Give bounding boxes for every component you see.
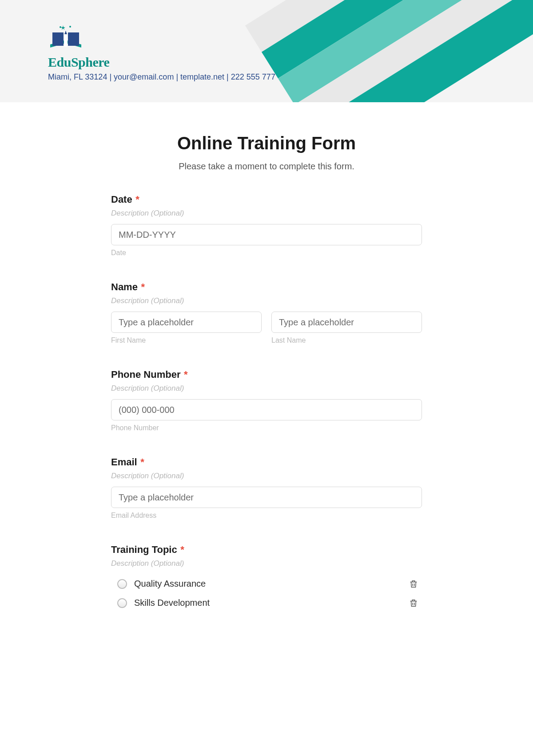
date-label: Date	[111, 194, 132, 205]
brand-name: EduSphere	[48, 55, 275, 70]
topic-option-row: Quality Assurance	[111, 574, 422, 593]
brand-block: EduSphere Miami, FL 33124 | your@email.c…	[48, 24, 275, 82]
email-input[interactable]	[111, 487, 422, 508]
form-title: Online Training Form	[111, 133, 422, 153]
field-training-topic: Training Topic * Description (Optional) …	[111, 544, 422, 612]
phone-input[interactable]	[111, 399, 422, 420]
email-description[interactable]: Description (Optional)	[111, 472, 422, 480]
svg-point-2	[69, 26, 71, 28]
name-label: Name	[111, 281, 138, 293]
name-description[interactable]: Description (Optional)	[111, 296, 422, 305]
email-label: Email	[111, 456, 137, 468]
first-name-sublabel: First Name	[111, 336, 262, 344]
first-name-input[interactable]	[111, 312, 262, 333]
topic-option-label[interactable]: Skills Development	[134, 598, 409, 608]
field-email: Email * Description (Optional) Email Add…	[111, 456, 422, 520]
form-subtitle: Please take a moment to complete this fo…	[111, 161, 422, 172]
required-mark: *	[180, 544, 184, 556]
required-mark: *	[140, 456, 144, 468]
topic-option-label[interactable]: Quality Assurance	[134, 579, 409, 589]
phone-sublabel: Phone Number	[111, 424, 422, 432]
delete-option-icon[interactable]	[409, 598, 418, 608]
date-description[interactable]: Description (Optional)	[111, 209, 422, 218]
required-mark: *	[135, 194, 139, 205]
required-mark: *	[141, 281, 145, 293]
email-sublabel: Email Address	[111, 512, 422, 520]
phone-description[interactable]: Description (Optional)	[111, 384, 422, 393]
field-date: Date * Description (Optional) Date	[111, 194, 422, 257]
header-banner: EduSphere Miami, FL 33124 | your@email.c…	[0, 0, 533, 102]
radio-quality-assurance[interactable]	[117, 579, 127, 589]
decorative-stripes	[245, 0, 533, 102]
required-mark: *	[184, 369, 188, 380]
field-name: Name * Description (Optional) First Name…	[111, 281, 422, 344]
logo-icon	[48, 24, 84, 51]
topic-label: Training Topic	[111, 544, 177, 556]
phone-label: Phone Number	[111, 369, 180, 380]
date-input[interactable]	[111, 224, 422, 245]
last-name-input[interactable]	[271, 312, 422, 333]
topic-description[interactable]: Description (Optional)	[111, 559, 422, 568]
topic-option-row: Skills Development	[111, 593, 422, 612]
radio-skills-development[interactable]	[117, 598, 127, 608]
form-container: Online Training Form Please take a momen…	[98, 102, 435, 635]
field-phone: Phone Number * Description (Optional) Ph…	[111, 369, 422, 432]
delete-option-icon[interactable]	[409, 579, 418, 589]
last-name-sublabel: Last Name	[271, 336, 422, 344]
date-sublabel: Date	[111, 249, 422, 257]
brand-contact-line: Miami, FL 33124 | your@email.com | templ…	[48, 72, 275, 82]
